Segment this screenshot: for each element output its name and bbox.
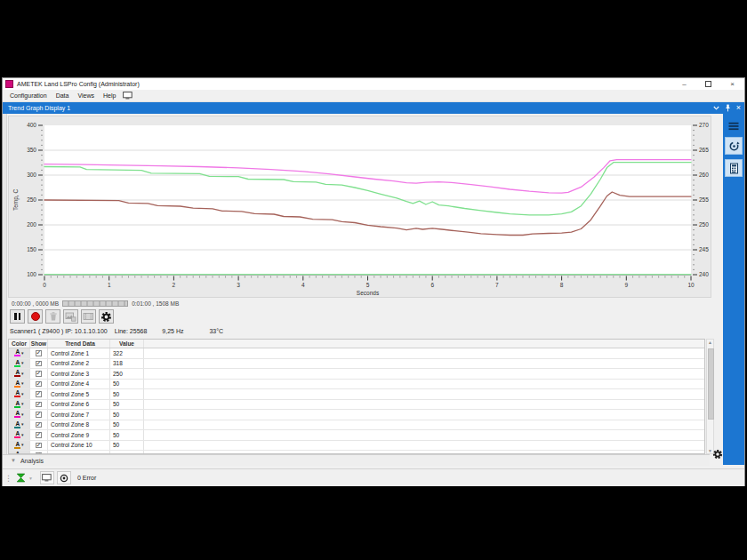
auto-scale-button[interactable] bbox=[725, 137, 743, 155]
table-row[interactable]: A▾✓Control Zone 1322 bbox=[9, 348, 704, 359]
settings-button[interactable] bbox=[99, 309, 114, 324]
color-dropdown-icon: ▾ bbox=[21, 443, 24, 447]
scrollbar-thumb[interactable] bbox=[708, 348, 714, 420]
connection-status-button[interactable] bbox=[16, 473, 26, 483]
table-row[interactable]: A▾✓Control Zone 950 bbox=[9, 430, 704, 441]
image-icon bbox=[65, 311, 76, 322]
trend-value-cell: 50 bbox=[110, 380, 144, 389]
panel-menu-button[interactable] bbox=[726, 120, 742, 132]
menu-views[interactable]: Views bbox=[73, 92, 99, 99]
col-trend-data[interactable]: Trend Data bbox=[48, 340, 110, 348]
analysis-section-header[interactable]: ▼ Analysis bbox=[3, 454, 710, 466]
chevron-down-icon[interactable] bbox=[713, 106, 719, 110]
left-axis-tick-label: 150 bbox=[27, 246, 36, 252]
row-spacer bbox=[144, 420, 704, 430]
table-row[interactable]: A▾✓Control Zone 850 bbox=[9, 420, 704, 431]
close-icon[interactable]: × bbox=[736, 104, 741, 112]
status-dropdown-icon[interactable]: ▼ bbox=[28, 476, 33, 481]
snapshot-button bbox=[63, 309, 78, 324]
row-show-cell: ✓ bbox=[30, 348, 48, 358]
show-checkbox[interactable]: ✓ bbox=[36, 432, 42, 438]
row-color-button[interactable]: A▾ bbox=[9, 400, 30, 410]
row-color-button[interactable]: A▾ bbox=[9, 420, 30, 430]
row-color-button[interactable]: A▾ bbox=[9, 380, 30, 389]
x-axis-tick-label: 5 bbox=[366, 282, 370, 288]
gear-icon bbox=[100, 311, 112, 323]
row-color-button[interactable]: A▾ bbox=[9, 441, 30, 451]
trend-name-cell: Control Zone 7 bbox=[48, 410, 110, 420]
show-checkbox[interactable]: ✓ bbox=[36, 381, 42, 388]
record-status-button[interactable] bbox=[57, 471, 71, 484]
row-color-button[interactable]: A▾ bbox=[9, 430, 30, 440]
pin-icon[interactable] bbox=[725, 104, 731, 112]
title-bar: AMETEK Land LSPro Config (Administrator)… bbox=[3, 78, 744, 90]
row-show-cell: ✓ bbox=[30, 389, 48, 399]
color-swatch-a: A bbox=[14, 349, 20, 356]
left-splitter[interactable] bbox=[3, 114, 7, 465]
analysis-label: Analysis bbox=[20, 458, 44, 464]
color-dropdown-icon: ▾ bbox=[21, 372, 24, 376]
show-checkbox[interactable]: ✓ bbox=[36, 443, 42, 449]
app-logo-icon bbox=[5, 80, 13, 88]
trend-value-cell: 250 bbox=[110, 369, 144, 379]
scanner-status-line: Scanner1 ( Z9400 ) IP: 10.1.10.100 Line:… bbox=[10, 328, 223, 334]
scroll-up-icon[interactable]: ▲ bbox=[707, 340, 713, 345]
col-show[interactable]: Show bbox=[30, 340, 48, 348]
row-color-button[interactable]: A▾ bbox=[9, 410, 30, 420]
trend-data-table: Color Show Trend Data Value A▾✓Control Z… bbox=[8, 339, 705, 454]
grip-handle[interactable]: ⋮ bbox=[4, 474, 12, 483]
row-show-cell: ✓ bbox=[30, 430, 48, 440]
close-button[interactable]: × bbox=[720, 78, 744, 90]
table-row[interactable]: A▾✓Control Zone 2318 bbox=[9, 359, 704, 370]
color-dropdown-icon: ▾ bbox=[21, 422, 24, 427]
table-scrollbar[interactable]: ▲ ▼ bbox=[706, 339, 714, 454]
x-axis-tick-label: 9 bbox=[624, 282, 628, 288]
rotate-icon bbox=[728, 140, 740, 152]
row-color-button[interactable]: A▾ bbox=[9, 359, 30, 369]
table-row[interactable]: A▾✓Control Zone 1050 bbox=[9, 441, 704, 452]
col-value[interactable]: Value bbox=[110, 340, 144, 348]
show-checkbox[interactable]: ✓ bbox=[36, 391, 42, 397]
scanner-rate-label: 9,25 Hz bbox=[162, 328, 183, 334]
menu-help[interactable]: Help bbox=[99, 92, 120, 99]
display-monitor-icon[interactable] bbox=[123, 92, 133, 100]
show-checkbox[interactable]: ✓ bbox=[36, 422, 42, 428]
col-color[interactable]: Color bbox=[9, 340, 30, 348]
document-tab-bar[interactable]: Trend Graph Display 1 × bbox=[3, 102, 744, 114]
table-row[interactable]: A▾✓Control Zone 550 bbox=[9, 389, 704, 400]
table-settings-button[interactable] bbox=[711, 448, 723, 460]
timeline-progress-bar[interactable] bbox=[62, 300, 128, 307]
row-color-button[interactable]: A▾ bbox=[9, 348, 30, 358]
table-view-button[interactable] bbox=[725, 159, 743, 177]
show-checkbox[interactable]: ✓ bbox=[36, 350, 42, 356]
row-spacer bbox=[144, 380, 704, 389]
record-button[interactable] bbox=[28, 309, 43, 324]
menu-configuration[interactable]: Configuration bbox=[5, 92, 52, 99]
maximize-button[interactable] bbox=[696, 78, 720, 90]
trend-name-cell: Control Zone 9 bbox=[48, 430, 110, 440]
row-show-cell: ✓ bbox=[30, 369, 48, 379]
row-color-button[interactable]: A▾ bbox=[9, 389, 30, 399]
table-row[interactable]: A▾✓Control Zone 650 bbox=[9, 400, 704, 411]
row-spacer bbox=[144, 400, 704, 410]
row-color-button[interactable]: A▾ bbox=[9, 369, 30, 379]
x-axis-tick-label: 4 bbox=[301, 282, 305, 288]
monitor-status-button[interactable] bbox=[40, 471, 54, 484]
show-checkbox[interactable]: ✓ bbox=[36, 371, 42, 377]
right-axis-tick-label: 270 bbox=[699, 122, 709, 128]
trend-chart: 1001502002503003504002402452502552602652… bbox=[8, 116, 711, 298]
table-row[interactable]: A▾✓Control Zone 750 bbox=[9, 410, 704, 420]
minimize-button[interactable]: – bbox=[672, 78, 696, 90]
table-row[interactable]: A▾✓Control Zone 3250 bbox=[9, 369, 704, 380]
pause-button[interactable] bbox=[10, 309, 25, 324]
record-toolbar bbox=[10, 309, 114, 324]
show-checkbox[interactable]: ✓ bbox=[36, 402, 42, 408]
table-row[interactable]: A▾✓Control Zone 450 bbox=[9, 380, 704, 390]
scanner-temp-label: 33°C bbox=[209, 328, 223, 334]
show-checkbox[interactable]: ✓ bbox=[36, 412, 42, 418]
menu-data[interactable]: Data bbox=[52, 92, 74, 99]
show-checkbox[interactable]: ✓ bbox=[36, 361, 42, 367]
color-swatch-a: A bbox=[14, 401, 20, 408]
doc-tab-title: Trend Graph Display 1 bbox=[8, 105, 70, 111]
color-swatch-a: A bbox=[14, 431, 20, 438]
